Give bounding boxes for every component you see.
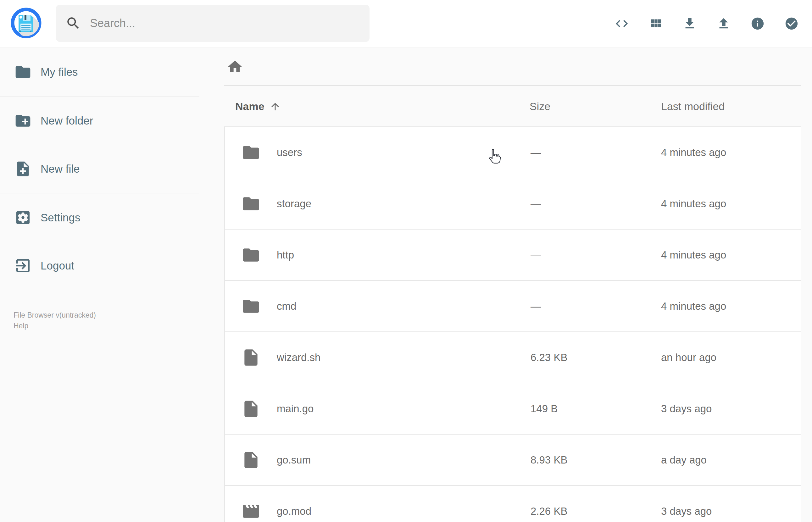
file-modified: 4 minutes ago xyxy=(661,300,726,312)
file-modified: 3 days ago xyxy=(661,403,712,415)
table-row[interactable]: http — 4 minutes ago xyxy=(224,229,801,281)
table-row[interactable]: cmd — 4 minutes ago xyxy=(224,280,801,332)
file-modified: 4 minutes ago xyxy=(661,249,726,261)
file-rows: users — 4 minutes ago storage — 4 minute… xyxy=(224,126,801,522)
app-logo xyxy=(11,7,42,39)
grid-view-icon xyxy=(648,16,663,31)
folder-icon xyxy=(241,194,261,214)
file-size: — xyxy=(530,146,541,159)
file-size: 149 B xyxy=(530,403,557,415)
sidebar-item-label: Settings xyxy=(41,211,80,224)
table-row[interactable]: go.sum 8.93 KB a day ago xyxy=(224,434,801,486)
sidebar-item-new-folder[interactable]: New folder xyxy=(0,97,199,145)
file-icon xyxy=(241,450,261,470)
file-name: go.mod xyxy=(277,505,311,517)
sidebar: My files New folder New file Settings Lo… xyxy=(0,48,199,289)
file-modified: an hour ago xyxy=(661,352,716,363)
column-header-name[interactable]: Name xyxy=(235,86,281,127)
upload-button[interactable] xyxy=(716,16,731,31)
movie-icon xyxy=(241,502,261,521)
listing-header: Name Size Last modified xyxy=(224,86,801,127)
topbar-actions xyxy=(614,16,799,31)
code-icon xyxy=(614,16,629,31)
file-name: cmd xyxy=(277,300,296,312)
file-size: 6.23 KB xyxy=(530,352,567,363)
file-modified: 3 days ago xyxy=(661,505,712,517)
sidebar-footer: File Browser v(untracked) Help xyxy=(14,310,190,331)
info-button[interactable] xyxy=(750,16,765,31)
folder-icon xyxy=(241,143,261,162)
file-icon xyxy=(241,348,261,367)
settings-icon xyxy=(14,209,32,226)
folder-icon xyxy=(14,63,32,81)
file-size: 2.26 KB xyxy=(530,505,567,517)
sidebar-item-settings[interactable]: Settings xyxy=(0,194,199,241)
sidebar-item-label: New folder xyxy=(41,115,93,127)
file-modified: 4 minutes ago xyxy=(661,146,726,159)
version-text: File Browser v(untracked) xyxy=(14,310,190,320)
file-modified: 4 minutes ago xyxy=(661,198,726,210)
sidebar-item-label: New file xyxy=(41,163,80,175)
table-row[interactable]: main.go 149 B 3 days ago xyxy=(224,383,801,435)
select-icon xyxy=(784,16,799,31)
file-name: storage xyxy=(277,198,311,210)
table-row[interactable]: users — 4 minutes ago xyxy=(224,126,801,178)
file-modified: a day ago xyxy=(661,454,707,466)
new-folder-icon xyxy=(14,112,32,129)
file-name: main.go xyxy=(277,403,313,415)
sidebar-item-label: Logout xyxy=(41,259,74,272)
file-name: wizard.sh xyxy=(277,352,321,363)
sidebar-item-my-files[interactable]: My files xyxy=(0,48,199,96)
file-name: users xyxy=(277,146,302,159)
file-icon xyxy=(241,399,261,419)
info-icon xyxy=(750,16,765,31)
file-size: — xyxy=(530,198,541,210)
upload-icon xyxy=(716,16,731,31)
column-header-last-modified[interactable]: Last modified xyxy=(661,86,725,127)
file-listing: Name Size Last modified users — 4 minute… xyxy=(224,48,801,522)
file-size: — xyxy=(530,300,541,312)
column-header-size[interactable]: Size xyxy=(530,86,550,127)
home-icon xyxy=(227,59,243,75)
sidebar-item-label: My files xyxy=(41,66,78,78)
file-name: http xyxy=(277,249,294,261)
home-button[interactable] xyxy=(227,59,243,75)
sort-ascending-icon xyxy=(269,101,281,112)
select-multiple-button[interactable] xyxy=(784,16,799,31)
view-mode-button[interactable] xyxy=(648,16,663,31)
download-icon xyxy=(683,16,697,31)
file-name: go.sum xyxy=(277,454,311,466)
search-icon xyxy=(65,15,81,31)
shell-toggle-button[interactable] xyxy=(614,16,629,31)
new-file-icon xyxy=(14,160,32,178)
table-row[interactable]: wizard.sh 6.23 KB an hour ago xyxy=(224,332,801,383)
search-bar[interactable] xyxy=(56,5,369,42)
folder-icon xyxy=(241,297,261,316)
file-size: — xyxy=(530,249,541,261)
table-row[interactable]: go.mod 2.26 KB 3 days ago xyxy=(224,485,801,522)
folder-icon xyxy=(241,245,261,265)
logout-icon xyxy=(14,257,32,275)
search-input[interactable] xyxy=(89,16,353,30)
sidebar-item-new-file[interactable]: New file xyxy=(0,145,199,193)
file-size: 8.93 KB xyxy=(530,454,567,466)
sidebar-item-logout[interactable]: Logout xyxy=(0,241,199,289)
help-link[interactable]: Help xyxy=(14,320,190,331)
download-button[interactable] xyxy=(683,16,697,31)
breadcrumb xyxy=(224,48,801,86)
table-row[interactable]: storage — 4 minutes ago xyxy=(224,178,801,229)
top-bar xyxy=(0,0,812,48)
